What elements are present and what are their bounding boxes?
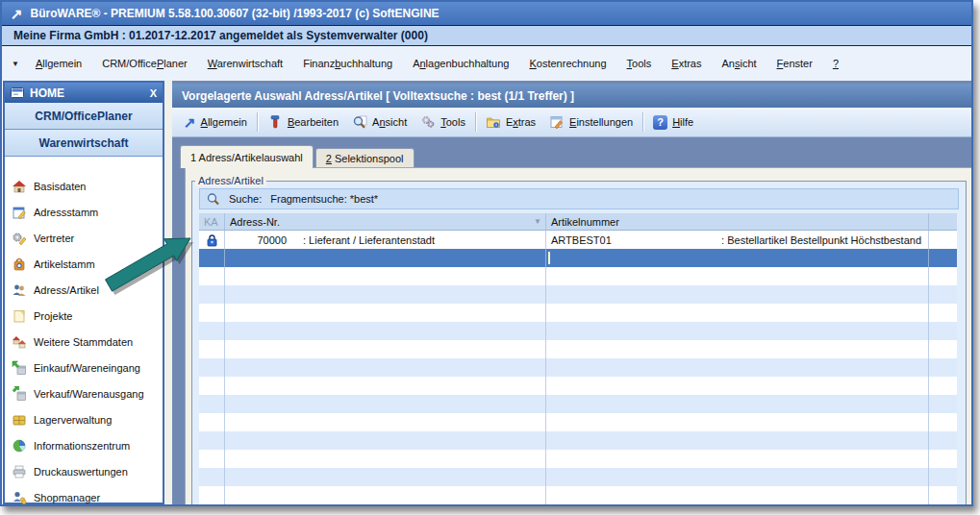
menu-item-extras[interactable]: Extras (671, 58, 701, 69)
table-row-empty[interactable] (199, 322, 957, 340)
sidebar-item-label: Adress/Artikel (34, 284, 99, 296)
toolbar-separator (475, 112, 476, 132)
sidebar-item-lagerverwaltung[interactable]: Lagerverwaltung (5, 406, 163, 432)
search-bar[interactable]: Suche: Fragmentsuche: *best* (199, 188, 959, 209)
edit-tool-icon (267, 114, 283, 130)
window-title: BüroWARE® - PREMIUM 5.58.100.30607 (32-b… (31, 7, 440, 20)
menu-item-finanzbuchhaltung[interactable]: Finanzbuchhaltung (303, 58, 392, 69)
menu-item-allgemein[interactable]: Allgemein (36, 58, 82, 69)
sidebar-item-label: Projekte (34, 310, 72, 322)
column-header-adress-nr[interactable]: Adress-Nr. ▼ (224, 213, 545, 230)
main-header-bar: Vorgelagerte Auswahl Adress/Artikel [ Vo… (172, 84, 971, 108)
sidebar-item-label: Weitere Stammdaten (34, 336, 133, 348)
content-band: 1 Adress/Artikelauswahl 2 Selektionspool… (172, 137, 971, 504)
sidebar-item-weitere-stammdaten[interactable]: Weitere Stammdaten (5, 329, 163, 355)
groupbox-label: Adress/Artikel (195, 175, 266, 186)
table-row-selected[interactable] (199, 249, 957, 267)
table-row-empty[interactable] (199, 267, 957, 285)
toolbar-button-ansicht[interactable]: Ansicht (345, 110, 414, 134)
table-row-result[interactable]: 70000 : Lieferant / Lieferantenstadt ART… (199, 231, 957, 249)
person-coins-icon (12, 490, 27, 505)
toolbar-button-extras[interactable]: Extras (479, 110, 542, 134)
adress-artikel-groupbox: Suche: Fragmentsuche: *best* KA Adress-N… (191, 181, 967, 504)
session-text: Meine Firma GmbH : 01.2017-12.2017 angem… (13, 29, 428, 42)
sidebar-module-warenwirtschaft[interactable]: Warenwirtschaft (5, 130, 163, 157)
sidebar-item-label: Druckauswertungen (34, 466, 128, 478)
session-bar: Meine Firma GmbH : 01.2017-12.2017 angem… (2, 25, 971, 46)
toolbar-button-tools[interactable]: Tools (414, 110, 472, 134)
table-row-empty[interactable] (199, 395, 957, 413)
table-row-empty[interactable] (199, 468, 957, 486)
menu-bar: ▼ Allgemein CRM/OfficePlaner Warenwirtsc… (2, 46, 971, 81)
menu-dropdown-icon[interactable]: ▼ (12, 60, 19, 68)
artikelnummer: ARTBEST01 (546, 234, 612, 246)
menu-item-fenster[interactable]: Fenster (777, 58, 813, 69)
bag-icon (12, 257, 27, 272)
table-row-empty[interactable] (199, 377, 957, 395)
sidebar-item-label: Vertreter (34, 233, 74, 244)
adress-nr: 70000 (225, 234, 287, 246)
column-header-label: Artikelnummer (546, 216, 619, 228)
search-label: Suche: (229, 193, 262, 205)
artikel-name: : Bestellartikel Bestellpunkt Höchstbest… (721, 234, 928, 246)
app-logo-arrow-icon: ↗ (11, 7, 23, 21)
sort-desc-icon[interactable]: ▼ (534, 217, 545, 226)
result-table: KA Adress-Nr. ▼ Artikelnummer (199, 213, 957, 504)
menu-item-crm-officeplaner[interactable]: CRM/OfficePlaner (102, 58, 187, 69)
table-row-empty[interactable] (199, 431, 957, 450)
menu-item-kostenrechnung[interactable]: Kostenrechnung (529, 58, 606, 69)
tab-label: 1 Adress/Artikelauswahl (190, 152, 303, 163)
tab-strip: 1 Adress/Artikelauswahl 2 Selektionspool (180, 145, 415, 167)
toolbar-label: Einstellungen (569, 116, 633, 128)
table-row-empty[interactable] (199, 486, 957, 504)
menu-item-help[interactable]: ? (833, 58, 839, 69)
main-area: Vorgelagerte Auswahl Adress/Artikel [ Vo… (172, 81, 971, 504)
sidebar-item-verkauf-warenausgang[interactable]: Verkauf/Warenausgang (5, 380, 163, 406)
table-row-empty[interactable] (199, 304, 957, 322)
table-header[interactable]: KA Adress-Nr. ▼ Artikelnummer (199, 213, 957, 231)
sidebar-module-label: Warenwirtschaft (39, 136, 129, 150)
toolbar: ↗ Allgemein Bearbeiten Ansicht Tools (172, 108, 971, 137)
column-header-artikelnummer[interactable]: Artikelnummer (545, 213, 928, 230)
toolbar-button-allgemein[interactable]: ↗ Allgemein (177, 110, 254, 134)
tab-panel: Adress/Artikel Suche: Fragmentsuche: *be… (185, 167, 971, 504)
title-bar: ↗ BüroWARE® - PREMIUM 5.58.100.30607 (32… (2, 2, 971, 25)
annotation-arrow (96, 221, 212, 307)
column-header-label: Adress-Nr. (225, 216, 280, 228)
sidebar-item-einkauf-wareneingang[interactable]: Einkauf/Wareneingang (5, 355, 163, 380)
gears-icon (420, 114, 436, 130)
table-body: 70000 : Lieferant / Lieferantenstadt ART… (199, 231, 957, 504)
sidebar-item-label: Verkauf/Warenausgang (34, 388, 144, 400)
toolbar-button-hilfe[interactable]: ? Hilfe (646, 110, 700, 134)
toolbar-label: Ansicht (372, 116, 407, 128)
document-icon (12, 308, 27, 324)
toolbar-button-bearbeiten[interactable]: Bearbeiten (261, 110, 345, 134)
toolbar-label: Allgemein (201, 116, 247, 128)
table-row-empty[interactable] (199, 285, 957, 304)
table-row-empty[interactable] (199, 413, 957, 431)
menu-item-tools[interactable]: Tools (627, 58, 652, 69)
toolbar-label: Tools (440, 116, 465, 128)
menu-item-anlagenbuchhaltung[interactable]: Anlagenbuchhaltung (413, 58, 509, 69)
settings-note-icon (549, 114, 565, 130)
toolbar-label: Extras (506, 116, 536, 128)
menu-item-ansicht[interactable]: Ansicht (721, 58, 756, 69)
sidebar-module-crm[interactable]: CRM/OfficePlaner (5, 103, 163, 130)
sidebar-item-shopmanager[interactable]: Shopmanager (5, 484, 163, 510)
sidebar-item-basisdaten[interactable]: Basisdaten (5, 173, 163, 199)
sidebar-item-label: Adressstamm (34, 207, 98, 218)
sidebar-module-label: CRM/OfficePlaner (35, 110, 132, 123)
tab-adress-artikelauswahl[interactable]: 1 Adress/Artikelauswahl (180, 145, 314, 168)
toolbar-button-einstellungen[interactable]: Einstellungen (542, 110, 640, 134)
table-row-empty[interactable] (199, 450, 957, 468)
table-row-empty[interactable] (199, 340, 957, 358)
sidebar-item-label: Basisdaten (34, 181, 86, 192)
sidebar-item-informationszentrum[interactable]: Informationszentrum (5, 432, 163, 458)
table-row-empty[interactable] (199, 358, 957, 377)
sidebar-item-label: Einkauf/Wareneingang (34, 362, 140, 374)
sidebar-close-icon[interactable]: X (150, 87, 157, 99)
printer-icon (12, 464, 27, 479)
menu-item-warenwirtschaft[interactable]: Warenwirtschaft (208, 58, 283, 69)
sidebar-item-druckauswertungen[interactable]: Druckauswertungen (5, 458, 163, 484)
tab-selektionspool[interactable]: 2 Selektionspool (315, 148, 415, 167)
